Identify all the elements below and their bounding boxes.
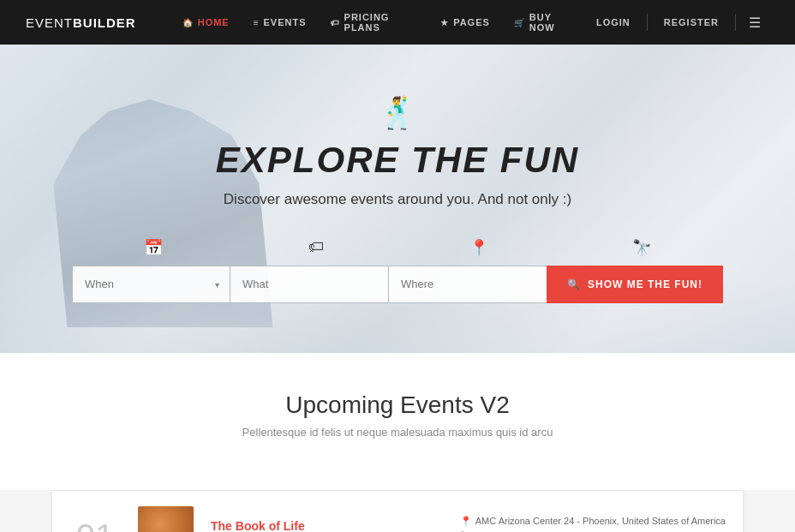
cart-icon: 🛒	[514, 18, 525, 27]
hero-title: EXPLORE THE FUN	[0, 140, 795, 181]
events-icon: ≡	[254, 18, 260, 27]
nav-item-events[interactable]: ≡ EVENTS	[242, 0, 319, 45]
event-thumb-image	[138, 506, 194, 532]
event-location: 📍 AMC Arizona Center 24 - Phoenix, Unite…	[460, 516, 726, 527]
hero-content: 🕺 EXPLORE THE FUN Discover awesome event…	[0, 95, 795, 303]
pricing-icon: 🏷	[331, 18, 340, 27]
location-icon: 📍	[398, 238, 560, 257]
events-section-title: Upcoming Events V2	[51, 392, 744, 419]
search-section: 📅 🏷 📍 🔭 ▾ 🔍 SHOW ME THE FUN!	[0, 238, 795, 303]
nav-divider	[647, 14, 648, 31]
nav-login[interactable]: LOGIN	[584, 0, 643, 45]
nav-register[interactable]: REGISTER	[652, 0, 731, 45]
events-section: Upcoming Events V2 Pellentesque id felis…	[0, 353, 795, 490]
when-input-wrap: ▾	[72, 266, 230, 303]
nav-item-home[interactable]: 🏠 HOME	[170, 0, 242, 45]
calendar-icon: 📅	[72, 238, 235, 257]
event-info: The Book of Life 🏷 Romance	[211, 519, 443, 533]
nav-item-pages[interactable]: ★ PAGES	[428, 0, 502, 45]
home-icon: 🏠	[182, 18, 194, 27]
what-input[interactable]	[230, 266, 388, 303]
nav-auth: LOGIN REGISTER ☰	[584, 0, 769, 45]
event-details: 📍 AMC Arizona Center 24 - Phoenix, Unite…	[460, 516, 726, 533]
where-input[interactable]	[389, 266, 547, 303]
brand-suffix: BUILDER	[73, 15, 136, 30]
figure-icon: 🕺	[0, 95, 795, 131]
nav-item-pricing[interactable]: 🏷 PRICING PLANS	[319, 0, 429, 45]
search-button[interactable]: 🔍 SHOW ME THE FUN!	[547, 266, 723, 303]
where-input-wrap	[388, 266, 547, 303]
events-list: 01 The Book of Life 🏷 Romance 📍 AMC Ariz…	[0, 490, 795, 532]
what-input-wrap	[230, 266, 388, 303]
hero-subtitle: Discover awesome events around you. And …	[0, 191, 795, 208]
nav-item-buynow[interactable]: 🛒 BUY NOW	[502, 0, 584, 45]
location-detail-icon: 📍	[460, 516, 470, 527]
search-bar: ▾ 🔍 SHOW ME THE FUN!	[72, 266, 723, 303]
event-card-1: 01 The Book of Life 🏷 Romance 📍 AMC Ariz…	[51, 490, 744, 532]
nav-divider-2	[735, 14, 736, 31]
brand-logo[interactable]: EVENTBUILDER	[26, 15, 136, 30]
event-name[interactable]: The Book of Life	[211, 519, 443, 533]
nav-links: 🏠 HOME ≡ EVENTS 🏷 PRICING PLANS ★ PAGES …	[170, 0, 584, 45]
when-input[interactable]	[72, 266, 230, 303]
event-location-text: AMC Arizona Center 24 - Phoenix, United …	[475, 516, 726, 526]
binoculars-icon: 🔭	[560, 238, 723, 257]
event-number: 01	[69, 517, 121, 533]
hamburger-menu[interactable]: ☰	[740, 15, 769, 31]
brand-prefix: EVENT	[26, 15, 73, 30]
events-section-subtitle: Pellentesque id felis ut neque malesuada…	[51, 426, 744, 439]
search-btn-icon: 🔍	[567, 278, 581, 290]
hero-section: 🕺 EXPLORE THE FUN Discover awesome event…	[0, 45, 795, 353]
search-btn-label: SHOW ME THE FUN!	[588, 278, 702, 290]
event-thumbnail	[138, 506, 194, 532]
pages-icon: ★	[440, 18, 449, 27]
search-icons-row: 📅 🏷 📍 🔭	[72, 238, 723, 257]
navbar: EVENTBUILDER 🏠 HOME ≡ EVENTS 🏷 PRICING P…	[0, 0, 795, 45]
tag-icon: 🏷	[235, 238, 398, 257]
